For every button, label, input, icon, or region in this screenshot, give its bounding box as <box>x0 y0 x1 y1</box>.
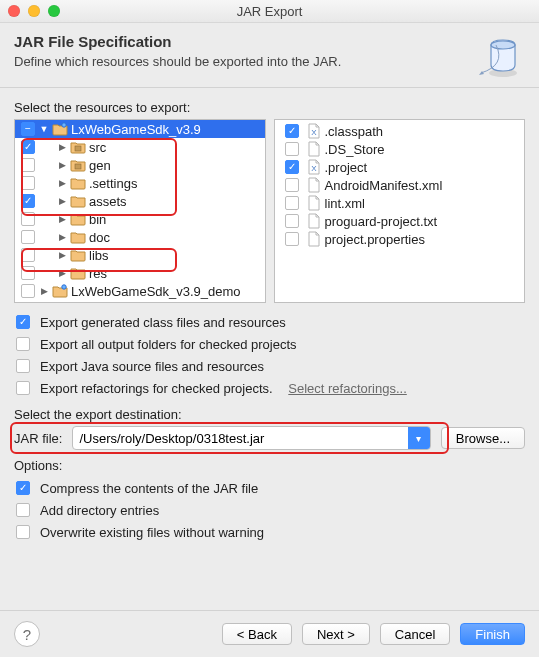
package-icon <box>70 157 86 173</box>
file-check[interactable]: ✓ <box>285 160 299 174</box>
file-check[interactable] <box>285 142 299 156</box>
zoom-icon[interactable] <box>48 5 60 17</box>
tree-check[interactable] <box>21 158 35 172</box>
file-icon <box>306 231 322 247</box>
file-icon <box>306 159 322 175</box>
select-refactorings-link[interactable]: Select refactorings... <box>288 381 407 396</box>
export-source-row[interactable]: Export Java source files and resources <box>14 355 525 377</box>
tree-row[interactable]: ▶LxWebGameSdk_v3.9_demo <box>15 282 265 300</box>
file-row[interactable]: ✓.project <box>275 158 525 176</box>
file-label: lint.xml <box>325 196 365 211</box>
window-title: JAR Export <box>0 4 539 19</box>
dirs-row[interactable]: Add directory entries <box>14 499 525 521</box>
file-label: project.properties <box>325 232 425 247</box>
tree-label: res <box>89 266 107 281</box>
tree-check[interactable] <box>21 230 35 244</box>
tree-check[interactable] <box>21 248 35 262</box>
file-row[interactable]: lint.xml <box>275 194 525 212</box>
tree-label: LxWebGameSdk_v3.9_demo <box>71 284 241 299</box>
jar-file-dropdown-icon[interactable]: ▾ <box>408 427 430 449</box>
tree-label: LxWebGameSdk_v3.9 <box>71 122 201 137</box>
minimize-icon[interactable] <box>28 5 40 17</box>
tree-label: .settings <box>89 176 137 191</box>
titlebar: JAR Export <box>0 0 539 23</box>
file-icon <box>306 177 322 193</box>
file-check[interactable] <box>285 196 299 210</box>
page-subtitle: Define which resources should be exporte… <box>14 54 467 69</box>
export-output-label: Export all output folders for checked pr… <box>40 337 297 352</box>
dirs-label: Add directory entries <box>40 503 159 518</box>
overwrite-row[interactable]: Overwrite existing files without warning <box>14 521 525 543</box>
jar-file-label: JAR file: <box>14 431 62 446</box>
file-icon <box>306 195 322 211</box>
folder-icon <box>70 265 86 281</box>
overwrite-label: Overwrite existing files without warning <box>40 525 264 540</box>
wizard-footer: ? < Back Next > Cancel Finish <box>0 610 539 657</box>
help-button[interactable]: ? <box>14 621 40 647</box>
export-refactor-row[interactable]: Export refactorings for checked projects… <box>14 377 525 399</box>
file-check[interactable] <box>285 232 299 246</box>
export-source-check[interactable] <box>16 359 30 373</box>
tree-label: src <box>89 140 106 155</box>
wizard-header: JAR File Specification Define which reso… <box>0 23 539 88</box>
export-classes-row[interactable]: ✓ Export generated class files and resou… <box>14 311 525 333</box>
export-output-row[interactable]: Export all output folders for checked pr… <box>14 333 525 355</box>
folder-icon <box>70 247 86 263</box>
next-button[interactable]: Next > <box>302 623 370 645</box>
jar-export-window: JAR Export JAR File Specification Define… <box>0 0 539 657</box>
resource-tree[interactable]: −▼LxWebGameSdk_v3.9✓▶src▶gen▶.settings✓▶… <box>14 119 266 303</box>
expand-arrow-icon[interactable]: ▶ <box>57 160 67 170</box>
export-output-check[interactable] <box>16 337 30 351</box>
tree-label: doc <box>89 230 110 245</box>
compress-row[interactable]: ✓ Compress the contents of the JAR file <box>14 477 525 499</box>
compress-check[interactable]: ✓ <box>16 481 30 495</box>
file-icon <box>306 213 322 229</box>
cancel-button[interactable]: Cancel <box>380 623 450 645</box>
finish-button[interactable]: Finish <box>460 623 525 645</box>
tree-label: libs <box>89 248 109 263</box>
back-button[interactable]: < Back <box>222 623 292 645</box>
browse-button[interactable]: Browse... <box>441 427 525 449</box>
close-icon[interactable] <box>8 5 20 17</box>
project-icon <box>52 283 68 299</box>
folder-icon <box>70 211 86 227</box>
file-label: .classpath <box>325 124 384 139</box>
file-row[interactable]: project.properties <box>275 230 525 248</box>
tree-check[interactable] <box>21 212 35 226</box>
expand-arrow-icon[interactable]: ▼ <box>39 124 49 134</box>
tree-check[interactable] <box>21 284 35 298</box>
file-check[interactable]: ✓ <box>285 124 299 138</box>
file-row[interactable]: proguard-project.txt <box>275 212 525 230</box>
file-label: AndroidManifest.xml <box>325 178 443 193</box>
expand-arrow-icon[interactable]: ▶ <box>57 142 67 152</box>
export-source-label: Export Java source files and resources <box>40 359 264 374</box>
file-check[interactable] <box>285 178 299 192</box>
folder-icon <box>70 193 86 209</box>
tree-row[interactable]: −▼LxWebGameSdk_v3.9 <box>15 120 265 138</box>
overwrite-check[interactable] <box>16 525 30 539</box>
tree-check[interactable] <box>21 266 35 280</box>
expand-arrow-icon[interactable]: ▶ <box>39 286 49 296</box>
file-row[interactable]: AndroidManifest.xml <box>275 176 525 194</box>
tree-check[interactable]: ✓ <box>21 194 35 208</box>
resource-files[interactable]: ✓.classpath.DS_Store✓.projectAndroidMani… <box>274 119 526 303</box>
folder-icon <box>70 229 86 245</box>
expand-arrow-icon[interactable]: ▶ <box>57 196 67 206</box>
file-label: .DS_Store <box>325 142 385 157</box>
tree-check[interactable]: ✓ <box>21 140 35 154</box>
export-classes-check[interactable]: ✓ <box>16 315 30 329</box>
tree-check[interactable]: − <box>21 122 35 136</box>
export-refactor-check[interactable] <box>16 381 30 395</box>
tree-check[interactable] <box>21 176 35 190</box>
dirs-check[interactable] <box>16 503 30 517</box>
page-title: JAR File Specification <box>14 33 467 50</box>
file-check[interactable] <box>285 214 299 228</box>
tree-label: assets <box>89 194 127 209</box>
export-refactor-label: Export refactorings for checked projects… <box>40 381 273 396</box>
expand-arrow-icon[interactable]: ▶ <box>57 178 67 188</box>
options-label: Options: <box>14 458 525 473</box>
jar-file-input[interactable] <box>72 426 430 450</box>
svg-point-4 <box>491 41 515 49</box>
tree-label: gen <box>89 158 111 173</box>
jar-icon <box>475 33 525 79</box>
